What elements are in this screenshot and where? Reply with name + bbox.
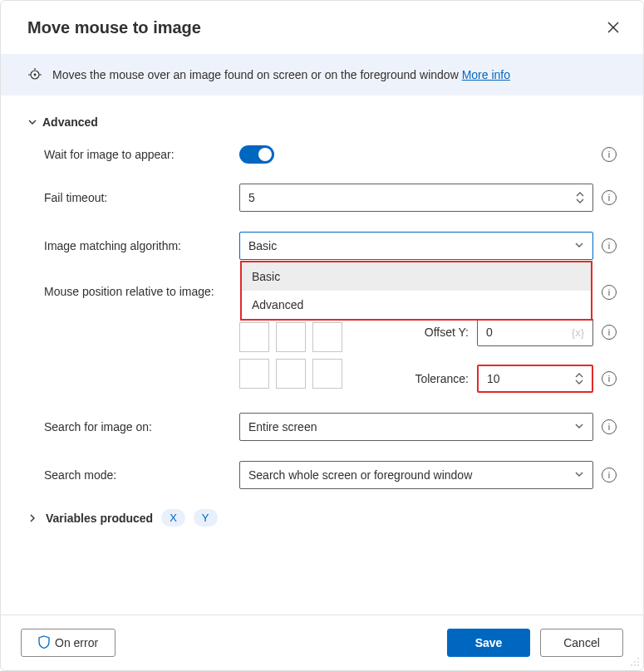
section-variables-header[interactable]: Variables produced X Y <box>27 509 617 527</box>
dialog-footer: On error Save Cancel <box>1 615 643 670</box>
variable-token-icon[interactable]: {x} <box>572 326 584 339</box>
search-mode-dropdown[interactable]: Search whole screen or foreground window <box>239 461 593 489</box>
more-info-link[interactable]: More info <box>462 68 510 81</box>
grid-cell[interactable] <box>312 322 342 352</box>
chevron-down-icon <box>574 239 584 252</box>
tolerance-field[interactable]: 10 <box>477 365 593 393</box>
section-advanced-title: Advanced <box>42 115 98 129</box>
spinner-arrows-icon[interactable] <box>575 373 583 384</box>
grid-cell[interactable] <box>276 322 306 352</box>
offset-y-label: Offset Y: <box>425 326 469 339</box>
close-icon <box>607 22 619 33</box>
variable-badge-x[interactable]: X <box>161 509 185 527</box>
dialog-title: Move mouse to image <box>27 18 201 37</box>
chevron-down-icon <box>27 117 37 127</box>
wait-toggle[interactable] <box>239 145 274 164</box>
info-icon[interactable]: i <box>602 468 617 482</box>
info-icon[interactable]: i <box>602 371 617 386</box>
algo-option-advanced[interactable]: Advanced <box>242 291 591 319</box>
tolerance-label: Tolerance: <box>415 372 469 385</box>
algo-option-basic[interactable]: Basic <box>242 262 591 291</box>
info-icon[interactable]: i <box>602 238 617 253</box>
target-icon <box>27 67 42 82</box>
on-error-button[interactable]: On error <box>21 629 116 657</box>
dialog-header: Move mouse to image <box>1 1 643 54</box>
save-button[interactable]: Save <box>447 629 530 657</box>
timeout-field[interactable]: 5 <box>239 184 593 212</box>
position-grid <box>239 322 342 389</box>
algo-dropdown[interactable]: Basic Basic Advanced <box>239 232 593 260</box>
search-mode-label: Search mode: <box>44 468 239 482</box>
variables-title: Variables produced <box>46 512 153 525</box>
section-advanced-header[interactable]: Advanced <box>27 115 617 129</box>
spinner-arrows-icon[interactable] <box>576 192 584 203</box>
info-banner: Moves the mouse over an image found on s… <box>1 54 643 96</box>
svg-point-12 <box>637 664 639 666</box>
chevron-right-icon <box>27 513 37 523</box>
grid-cell[interactable] <box>312 359 342 389</box>
info-icon[interactable]: i <box>602 325 617 340</box>
timeout-label: Fail timeout: <box>44 191 239 204</box>
resize-grip-icon[interactable] <box>628 655 640 667</box>
close-button[interactable] <box>603 17 623 37</box>
search-on-label: Search for image on: <box>44 420 239 433</box>
chevron-down-icon <box>574 420 584 433</box>
wait-label: Wait for image to appear: <box>44 148 239 161</box>
info-icon[interactable]: i <box>602 419 617 434</box>
grid-cell[interactable] <box>276 359 306 389</box>
svg-point-9 <box>637 661 639 663</box>
info-icon[interactable]: i <box>602 190 617 205</box>
dialog-content: Advanced Wait for image to appear: i Fai… <box>1 96 643 615</box>
grid-cell[interactable] <box>239 359 269 389</box>
search-on-dropdown[interactable]: Entire screen <box>239 413 593 441</box>
algo-dropdown-panel: Basic Advanced <box>240 261 592 321</box>
grid-cell[interactable] <box>239 322 269 352</box>
offset-y-field[interactable]: 0 {x} <box>477 318 593 346</box>
info-icon[interactable]: i <box>602 147 617 162</box>
svg-point-7 <box>637 658 639 659</box>
mouse-pos-label: Mouse position relative to image: <box>44 280 239 298</box>
banner-text: Moves the mouse over an image found on s… <box>52 68 510 81</box>
svg-point-11 <box>634 664 636 666</box>
variable-badge-y[interactable]: Y <box>194 509 218 527</box>
svg-point-8 <box>634 661 636 663</box>
svg-point-10 <box>631 664 632 666</box>
chevron-down-icon <box>574 468 584 482</box>
cancel-button[interactable]: Cancel <box>540 629 623 657</box>
shield-icon <box>38 635 50 651</box>
info-icon[interactable]: i <box>602 285 617 300</box>
algo-label: Image matching algorithm: <box>44 239 239 252</box>
svg-point-3 <box>34 74 37 76</box>
